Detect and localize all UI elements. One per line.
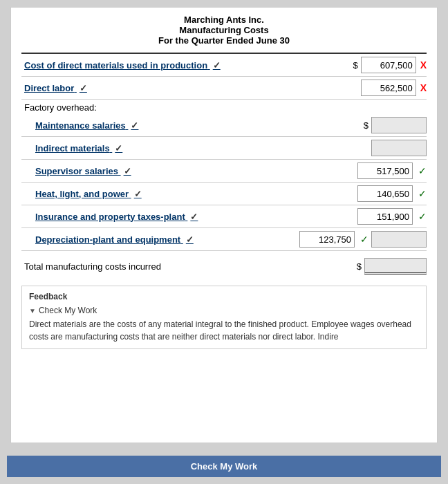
supervisor-green-check: ✓	[418, 165, 427, 176]
heat-light-power-row: Heat, light, and power ✓ ✓	[21, 183, 427, 205]
maintenance-salaries-label: Maintenance salaries ✓	[21, 120, 364, 131]
insurance-label: Insurance and property taxes-plant ✓	[21, 212, 357, 222]
depreciation-input[interactable]	[299, 231, 355, 248]
indirect-materials-values	[371, 140, 427, 156]
supervisor-check: ✓	[124, 166, 131, 176]
heat-light-green-check: ✓	[418, 188, 427, 199]
heat-light-label: Heat, light, and power ✓	[21, 189, 357, 199]
insurance-values: ✓	[357, 208, 427, 225]
direct-materials-check: ✓	[213, 60, 221, 71]
depreciation-check: ✓	[186, 234, 194, 245]
report-title: Manufacturing Costs	[21, 25, 427, 35]
feedback-title: Feedback	[29, 292, 419, 301]
supervisor-input[interactable]	[357, 162, 413, 179]
insurance-green-check: ✓	[418, 211, 427, 222]
direct-labor-check: ✓	[80, 83, 87, 93]
company-name: Marching Ants Inc.	[21, 15, 427, 25]
direct-materials-x: X	[420, 59, 427, 71]
direct-materials-values: $ X	[353, 57, 427, 73]
direct-labor-x: X	[420, 82, 427, 93]
maintenance-values: $	[364, 117, 427, 133]
depreciation-green-check: ✓	[360, 234, 368, 245]
check-work-button[interactable]: Check My Work	[7, 456, 441, 477]
report-header: Marching Ants Inc. Manufacturing Costs F…	[21, 15, 427, 46]
maintenance-dollar: $	[364, 120, 368, 131]
direct-labor-input[interactable]	[361, 80, 416, 96]
total-label: Total manufacturing costs incurred	[21, 261, 357, 272]
heat-light-check: ✓	[134, 189, 142, 199]
direct-labor-row: Direct labor ✓ X	[21, 77, 427, 100]
direct-labor-values: X	[361, 80, 427, 96]
insurance-taxes-row: Insurance and property taxes-plant ✓ ✓	[21, 205, 427, 228]
cost-table: Cost of direct materials used in product…	[21, 53, 427, 279]
maintenance-input[interactable]	[371, 117, 427, 133]
indirect-materials-label: Indirect materials ✓	[21, 143, 371, 153]
direct-materials-label: Cost of direct materials used in product…	[21, 60, 353, 71]
report-period: For the Quarter Ended June 30	[21, 35, 427, 46]
factory-overhead-label: Factory overhead:	[21, 100, 427, 114]
feedback-text: Direct materials are the costs of any ma…	[29, 318, 419, 343]
supervisor-salaries-label: Supervisor salaries ✓	[21, 166, 357, 176]
total-dollar: $	[357, 261, 362, 272]
direct-labor-label: Direct labor ✓	[21, 83, 361, 93]
indirect-materials-check: ✓	[115, 143, 122, 153]
insurance-check: ✓	[190, 212, 198, 222]
heat-light-input[interactable]	[357, 185, 413, 202]
insurance-input[interactable]	[357, 208, 413, 225]
check-my-work-label: ▼ Check My Work	[29, 306, 419, 315]
depreciation-label: Depreciation-plant and equipment ✓	[21, 234, 299, 245]
indirect-materials-input[interactable]	[371, 140, 427, 156]
direct-materials-input[interactable]	[361, 57, 416, 73]
depreciation-values: ✓	[299, 231, 427, 248]
heat-light-values: ✓	[357, 185, 427, 202]
supervisor-salaries-row: Supervisor salaries ✓ ✓	[21, 160, 427, 183]
total-input[interactable]	[364, 258, 427, 274]
feedback-section: Feedback ▼ Check My Work Direct material…	[21, 286, 427, 349]
maintenance-check: ✓	[131, 120, 138, 131]
depreciation-right-input[interactable]	[371, 231, 427, 248]
total-row: Total manufacturing costs incurred $	[21, 254, 427, 279]
direct-materials-row: Cost of direct materials used in product…	[21, 54, 427, 77]
maintenance-salaries-row: Maintenance salaries ✓ $	[21, 114, 427, 137]
triangle-icon: ▼	[29, 307, 36, 315]
depreciation-row: Depreciation-plant and equipment ✓ ✓	[21, 228, 427, 251]
indirect-materials-row: Indirect materials ✓	[21, 137, 427, 160]
supervisor-values: ✓	[357, 162, 427, 179]
total-values: $	[357, 258, 427, 274]
direct-materials-dollar: $	[353, 60, 357, 71]
